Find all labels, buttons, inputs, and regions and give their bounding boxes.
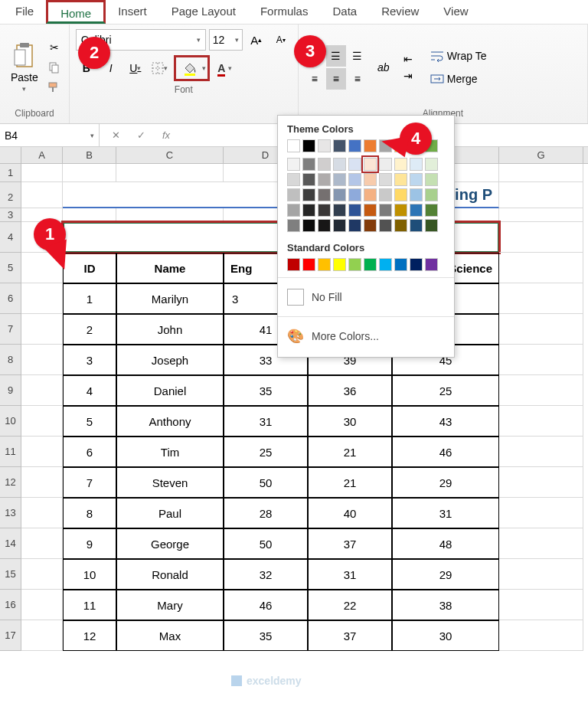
row-header[interactable]: 1 xyxy=(0,164,21,182)
row-header[interactable]: 12 xyxy=(0,467,21,498)
select-all-corner[interactable] xyxy=(0,147,21,163)
tab-review[interactable]: Review xyxy=(369,0,431,24)
cell-id[interactable]: 6 xyxy=(63,437,116,467)
more-colors-button[interactable]: 🎨 More Colors... xyxy=(287,323,445,349)
tab-insert[interactable]: Insert xyxy=(106,0,159,24)
cell[interactable] xyxy=(499,559,583,590)
color-swatch[interactable] xyxy=(425,258,438,271)
color-swatch[interactable] xyxy=(348,204,361,217)
cell[interactable] xyxy=(116,164,224,182)
color-swatch[interactable] xyxy=(333,158,346,171)
cell[interactable] xyxy=(499,498,583,528)
color-swatch[interactable] xyxy=(287,219,300,232)
orientation-button[interactable]: ab xyxy=(375,60,392,75)
cell-c3[interactable]: 30 xyxy=(392,620,499,651)
merge-button[interactable]: Merge xyxy=(426,68,492,90)
fill-color-button[interactable] xyxy=(178,57,202,79)
color-swatch[interactable] xyxy=(379,173,392,186)
row-header[interactable]: 16 xyxy=(0,590,21,620)
cell[interactable] xyxy=(499,314,583,345)
cell-c1[interactable]: 28 xyxy=(224,498,308,528)
col-header-b[interactable]: B xyxy=(63,147,116,163)
color-swatch[interactable] xyxy=(287,158,300,171)
color-swatch[interactable] xyxy=(348,173,361,186)
color-swatch[interactable] xyxy=(348,258,361,271)
tab-file[interactable]: File xyxy=(3,0,46,24)
cell-c3[interactable]: 43 xyxy=(392,406,499,437)
row-header[interactable]: 5 xyxy=(0,253,21,283)
cell[interactable] xyxy=(63,164,116,182)
cell[interactable] xyxy=(499,375,583,406)
decrease-indent-button[interactable]: ⇤ xyxy=(400,51,416,67)
cell[interactable] xyxy=(499,283,583,314)
cell-c1[interactable]: 35 xyxy=(224,375,308,406)
cell-c2[interactable]: 40 xyxy=(308,498,392,528)
color-swatch[interactable] xyxy=(348,139,361,152)
color-swatch[interactable] xyxy=(425,188,438,201)
cell-id[interactable]: 2 xyxy=(63,314,116,345)
color-swatch[interactable] xyxy=(333,204,346,217)
cell[interactable] xyxy=(499,528,583,559)
row-header[interactable]: 17 xyxy=(0,620,21,651)
cell-name[interactable]: Tim xyxy=(116,437,224,467)
cell-name[interactable]: John xyxy=(116,314,224,345)
copy-button[interactable] xyxy=(46,60,63,75)
color-swatch[interactable] xyxy=(394,219,407,232)
align-center-button[interactable]: ≡ xyxy=(326,68,346,90)
color-swatch[interactable] xyxy=(287,173,300,186)
cell[interactable] xyxy=(21,406,63,437)
color-swatch[interactable] xyxy=(287,204,300,217)
cell[interactable] xyxy=(21,314,63,345)
cell-c3[interactable]: 29 xyxy=(392,467,499,498)
color-swatch[interactable] xyxy=(364,188,377,201)
color-swatch[interactable] xyxy=(379,204,392,217)
color-swatch[interactable] xyxy=(364,173,377,186)
cell[interactable] xyxy=(499,253,583,283)
color-swatch[interactable] xyxy=(302,139,315,152)
color-swatch[interactable] xyxy=(364,219,377,232)
cell[interactable] xyxy=(499,620,583,651)
underline-button[interactable]: U ▾ xyxy=(125,57,146,79)
cell[interactable] xyxy=(63,208,116,222)
color-swatch[interactable] xyxy=(425,173,438,186)
color-swatch[interactable] xyxy=(302,173,315,186)
cell[interactable] xyxy=(21,620,63,651)
col-header-a[interactable]: A xyxy=(21,147,63,163)
cell-c2[interactable]: 37 xyxy=(308,620,392,651)
color-swatch[interactable] xyxy=(333,139,346,152)
color-swatch[interactable] xyxy=(394,204,407,217)
cell-c3[interactable]: 25 xyxy=(392,375,499,406)
cell[interactable] xyxy=(21,498,63,528)
color-swatch[interactable] xyxy=(364,139,377,152)
color-swatch[interactable] xyxy=(348,158,361,171)
row-header[interactable]: 13 xyxy=(0,498,21,528)
decrease-font-button[interactable]: A▾ xyxy=(270,29,292,51)
cell-c2[interactable]: 36 xyxy=(308,375,392,406)
cancel-button[interactable]: ✕ xyxy=(107,129,125,141)
color-swatch[interactable] xyxy=(302,219,315,232)
color-swatch[interactable] xyxy=(318,219,331,232)
align-right-button[interactable]: ≡ xyxy=(348,68,368,90)
paste-button[interactable]: Paste ▾ xyxy=(6,39,43,96)
color-swatch[interactable] xyxy=(410,258,423,271)
name-box[interactable]: B4▾ xyxy=(0,124,100,146)
tab-formulas[interactable]: Formulas xyxy=(248,0,321,24)
color-swatch[interactable] xyxy=(302,158,315,171)
cell-id[interactable]: 11 xyxy=(63,590,116,620)
enter-button[interactable]: ✓ xyxy=(132,129,150,141)
cell[interactable] xyxy=(21,528,63,559)
color-swatch[interactable] xyxy=(333,173,346,186)
color-swatch[interactable] xyxy=(379,219,392,232)
cell[interactable] xyxy=(21,345,63,375)
color-swatch[interactable] xyxy=(425,204,438,217)
cell-id[interactable]: 7 xyxy=(63,467,116,498)
cell-c2[interactable]: 37 xyxy=(308,528,392,559)
cell[interactable] xyxy=(21,437,63,467)
cell[interactable] xyxy=(116,208,224,222)
cell-name[interactable]: Daniel xyxy=(116,375,224,406)
row-header[interactable]: 9 xyxy=(0,375,21,406)
cell-name[interactable]: George xyxy=(116,528,224,559)
cell-name[interactable]: Joseph xyxy=(116,345,224,375)
tab-data[interactable]: Data xyxy=(320,0,369,24)
cell[interactable] xyxy=(499,467,583,498)
